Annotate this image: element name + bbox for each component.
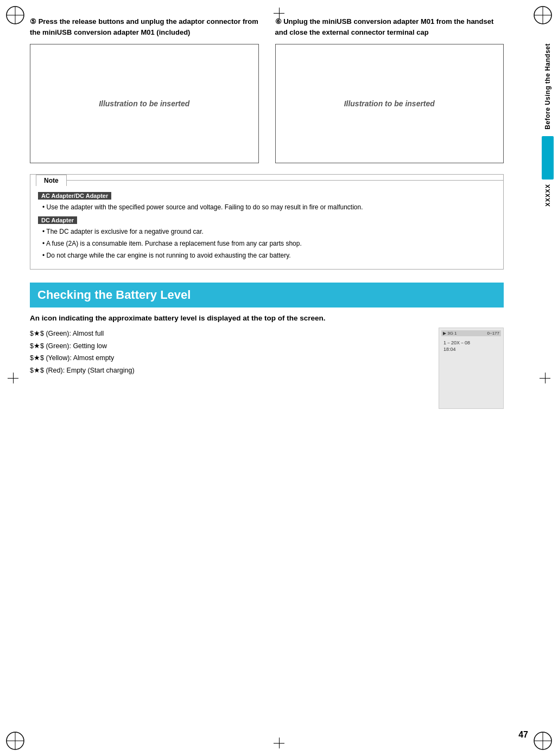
- step-6-illustration-box: Illustration to be inserted: [275, 44, 504, 163]
- step-6-title-text: Unplug the miniUSB conversion adapter M0…: [275, 17, 494, 36]
- step-5-illustration-text: Illustration to be inserted: [99, 99, 189, 108]
- battery-title: Checking the Battery Level: [37, 288, 191, 302]
- battery-list: $★$ (Green): Almost full $★$ (Green): Ge…: [30, 328, 428, 376]
- screen-top-bar-right: 0~177: [487, 331, 499, 336]
- crosshair-right: [540, 373, 550, 383]
- main-content: ⑤ Press the release buttons and unplug t…: [30, 16, 528, 409]
- battery-item-1: $★$ (Green): Almost full: [30, 328, 428, 340]
- battery-subtitle: An icon indicating the approximate batte…: [30, 314, 504, 322]
- note-category-dc: DC Adapter: [38, 216, 77, 224]
- step-5-illustration-box: Illustration to be inserted: [30, 44, 259, 163]
- battery-section: Checking the Battery Level An icon indic…: [30, 283, 504, 409]
- note-bullet-dc-1: The DC adapter is exclusive for a negati…: [42, 227, 496, 236]
- crosshair-left: [8, 373, 18, 383]
- note-bullet-ac-1: Use the adapter with the specified power…: [42, 202, 496, 212]
- note-section: Note AC Adapter/DC Adapter Use the adapt…: [30, 174, 504, 270]
- corner-decoration-tr: [532, 4, 554, 26]
- note-bullet-dc-2: A fuse (2A) is a consumable item. Purcha…: [42, 239, 496, 248]
- corner-decoration-bl: [4, 730, 26, 752]
- step-6-title: ⑥ Unplug the miniUSB conversion adapter …: [275, 16, 504, 37]
- note-category-ac: AC Adapter/DC Adapter: [38, 192, 111, 200]
- page-number: 47: [518, 730, 528, 740]
- sidebar-accent-bar: [542, 136, 554, 180]
- battery-content: $★$ (Green): Almost full $★$ (Green): Ge…: [30, 328, 504, 409]
- right-sidebar: Before Using the Handset XXXXX: [537, 43, 558, 206]
- note-body: AC Adapter/DC Adapter Use the adapter wi…: [30, 185, 503, 269]
- note-bullet-dc-3: Do not charge while the car engine is no…: [42, 251, 496, 260]
- corner-decoration-br: [532, 730, 554, 752]
- step-6-column: ⑥ Unplug the miniUSB conversion adapter …: [275, 16, 504, 163]
- step-5-title: ⑤ Press the release buttons and unplug t…: [30, 16, 259, 37]
- step-6-number: ⑥: [275, 17, 282, 25]
- crosshair-bottom: [274, 738, 284, 748]
- note-divider-line: [67, 180, 503, 181]
- battery-item-2: $★$ (Green): Getting low: [30, 340, 428, 353]
- corner-decoration-tl: [4, 4, 26, 26]
- steps-row: ⑤ Press the release buttons and unplug t…: [30, 16, 504, 163]
- battery-screen-mockup: ▶ 3G 1 0~177 1－20X－08 18:04: [439, 328, 504, 409]
- step-5-number: ⑤: [30, 17, 36, 25]
- screen-top-bar-left: ▶ 3G 1: [443, 331, 457, 336]
- note-tab: Note: [36, 175, 67, 186]
- battery-item-3: $★$ (Yellow): Almost empty: [30, 352, 428, 364]
- step-6-illustration-text: Illustration to be inserted: [344, 99, 435, 108]
- screen-top-bar: ▶ 3G 1 0~177: [441, 330, 501, 336]
- screen-time: 18:04: [443, 347, 501, 352]
- sidebar-tab-text: Before Using the Handset: [544, 43, 551, 130]
- note-header: Note: [30, 175, 503, 185]
- step-5-column: ⑤ Press the release buttons and unplug t…: [30, 16, 259, 163]
- battery-item-4: $★$ (Red): Empty (Start charging): [30, 364, 428, 377]
- battery-header: Checking the Battery Level: [30, 283, 504, 307]
- screen-date: 1－20X－08: [443, 339, 501, 347]
- sidebar-code: XXXXX: [544, 184, 551, 207]
- step-5-title-text: Press the release buttons and unplug the…: [30, 17, 258, 36]
- crosshair-top: [274, 8, 284, 18]
